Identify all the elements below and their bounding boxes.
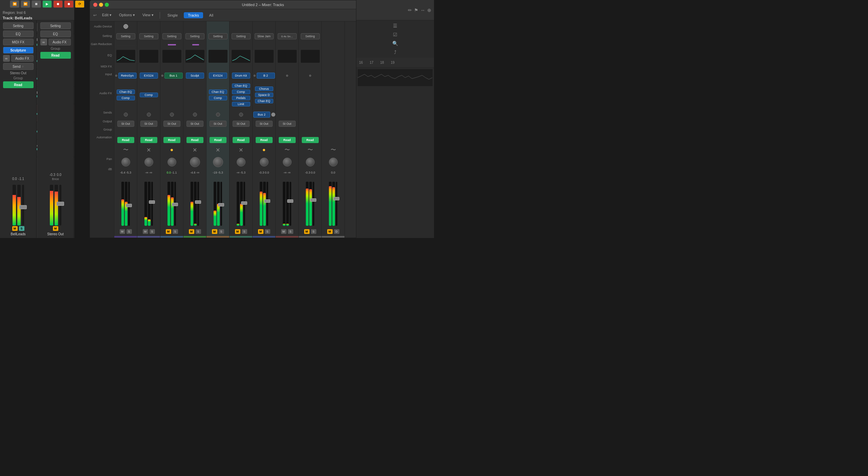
pan-knob[interactable] [283,158,292,166]
output-button[interactable]: St Out [210,121,226,127]
arrow-icon[interactable]: ↔ [420,7,425,13]
fx-chan-eq[interactable]: Chan EQ [117,90,135,94]
fader[interactable] [174,182,176,226]
fader[interactable] [197,182,199,226]
fader[interactable] [267,182,268,226]
mixer-tl-yellow[interactable] [99,3,103,7]
solo-button[interactable]: S [19,226,24,231]
tab-tracks[interactable]: Tracks [184,12,203,18]
list-view-icon[interactable]: ☰ [393,23,397,28]
fader-thumb[interactable] [310,198,316,202]
fader[interactable] [313,182,314,226]
pan-knob[interactable] [190,157,200,167]
setting-button[interactable]: Setting [209,33,228,39]
setting-button[interactable]: 0.4s Sn... [278,33,297,39]
mute-btn[interactable]: M [143,229,148,234]
pan-knob[interactable] [167,158,176,166]
fader-thumb[interactable] [264,199,270,203]
output-button[interactable]: St Out [233,121,250,127]
pan-knob[interactable] [260,158,269,166]
solo-btn[interactable]: S [242,229,247,234]
link-icon[interactable]: ∞ [3,55,10,62]
fader-thumb[interactable] [172,203,178,206]
mute-btn[interactable]: M [281,229,287,234]
pan-knob[interactable] [144,158,153,166]
automation-read[interactable]: Read [279,137,296,143]
input-button[interactable]: B 2 [257,73,275,79]
solo-btn[interactable]: D [334,229,339,234]
solo-btn[interactable]: S [150,229,155,234]
checkbox-icon[interactable]: ☑ [393,32,397,37]
send-button[interactable]: Send ○ [3,63,34,70]
input-button[interactable]: EXS24 [140,73,158,79]
audio-fx-button-right[interactable]: Audio FX [48,39,71,45]
fader-thumb[interactable] [241,201,247,205]
automation-button[interactable]: Read [3,81,34,88]
bus-button[interactable]: Bus 2 [253,112,270,118]
setting-button[interactable]: Setting [185,33,204,39]
fx-space-d[interactable]: Space D [255,93,273,97]
automation-read[interactable]: Read [210,137,226,143]
fader-thumb[interactable] [195,200,201,204]
mixer-tl-red[interactable] [93,3,97,7]
mute-btn[interactable]: M [212,229,217,234]
automation-read[interactable]: Read [117,137,134,143]
mute-button[interactable]: M [12,226,18,231]
fx-comp[interactable]: Comp [140,93,158,97]
setting-button[interactable]: Setting [116,33,135,39]
fx-limit[interactable]: Limit [232,102,250,106]
output-button[interactable]: St Out [186,121,203,127]
rewind-button[interactable]: ⏪ [10,0,19,8]
setting-button[interactable]: Setting [139,33,158,39]
fader[interactable] [243,182,245,226]
midi-fx-button[interactable]: MIDI FX [3,39,34,45]
back-icon[interactable]: ↩ [93,12,97,18]
fader-thumb[interactable] [149,200,155,204]
fx-chan-eq[interactable]: Chan EQ [255,99,273,103]
fader-track[interactable] [22,185,24,225]
setting-button[interactable]: Setting [232,33,251,39]
fader-thumb[interactable] [287,199,293,203]
record2-button[interactable]: ⏺ [64,0,74,8]
output-button[interactable]: St Out [117,121,134,127]
pan-knob[interactable] [121,158,130,166]
audio-fx-button[interactable]: Audio FX [11,55,34,62]
edit-menu[interactable]: Edit ▾ [99,12,114,18]
output-button[interactable]: St Out [163,121,180,127]
fader-thumb[interactable] [218,203,224,206]
automation-read[interactable]: Read [302,137,319,143]
eq-button-right[interactable]: EQ [40,31,71,37]
output-button[interactable]: St Out [256,121,273,127]
mute-btn[interactable]: M [304,229,310,234]
mute-btn[interactable]: M [120,229,125,234]
share-icon[interactable]: ⤴ [394,49,396,55]
automation-read[interactable]: Read [163,137,180,143]
link-icon-right[interactable]: ∞ [40,39,47,45]
solo-btn[interactable]: S [219,229,224,234]
fx-chan-eq[interactable]: Chan EQ [232,83,250,88]
fader-thumb[interactable] [126,204,132,207]
fx-chorus[interactable]: Chorus [255,86,273,91]
mute-btn[interactable]: M [327,229,333,234]
pan-knob[interactable] [329,158,338,166]
fx-comp[interactable]: Comp [209,96,227,100]
setting-button[interactable]: Setting [301,33,320,39]
solo-btn[interactable]: S [196,229,201,234]
input-button[interactable]: Bus 1 [164,73,183,79]
setting-button[interactable]: Setting [3,22,34,29]
mute-btn[interactable]: M [235,229,240,234]
mute-button-right[interactable]: M [53,226,58,231]
fader[interactable] [220,182,222,226]
solo-btn[interactable]: S [126,229,132,234]
automation-read[interactable]: Read [233,137,250,143]
instrument-button[interactable]: Sculpture [3,47,34,54]
fx-comp[interactable]: Comp [117,96,135,100]
automation-button-right[interactable]: Read [40,52,71,59]
record-button[interactable]: ⏺ [53,0,63,8]
fx-chan-eq[interactable]: Chan EQ [209,90,227,94]
play-button[interactable]: ▶ [42,0,52,8]
stop-button[interactable]: ⏹ [32,0,41,8]
tab-all[interactable]: All [205,12,217,18]
view-menu[interactable]: View ▾ [140,12,156,18]
solo-btn[interactable]: S [288,229,293,234]
